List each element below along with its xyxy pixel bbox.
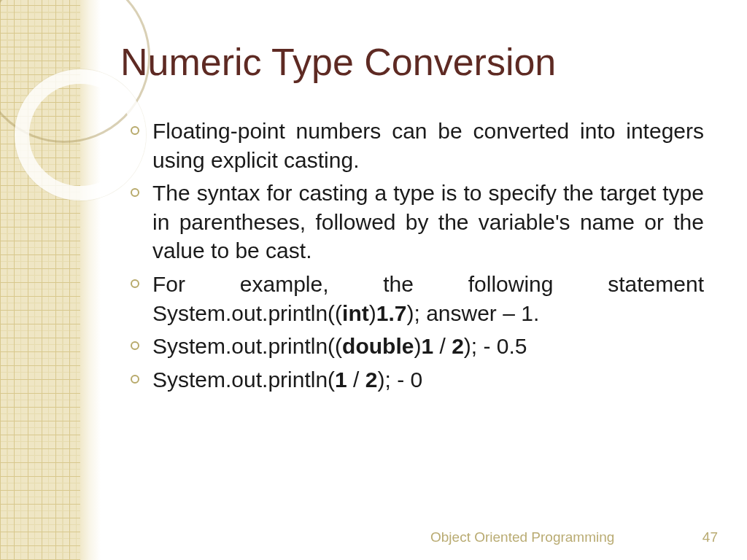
footer-label: Object Oriented Programming bbox=[430, 529, 614, 545]
bullet-item: For example, the following statement Sys… bbox=[128, 270, 704, 327]
page-number: 47 bbox=[703, 529, 718, 545]
slide-title: Numeric Type Conversion bbox=[120, 40, 556, 84]
bullet-item: System.out.println(1 / 2); - 0 bbox=[128, 365, 704, 394]
bullet-item: System.out.println((double)1 / 2); - 0.5 bbox=[128, 332, 704, 361]
slide: Numeric Type Conversion Floating-point n… bbox=[0, 0, 747, 560]
decorative-ring-small bbox=[15, 69, 146, 201]
slide-body: Floating-point numbers can be converted … bbox=[128, 117, 704, 398]
bullet-item: Floating-point numbers can be converted … bbox=[128, 117, 704, 174]
bullet-list: Floating-point numbers can be converted … bbox=[128, 117, 704, 394]
bullet-item: The syntax for casting a type is to spec… bbox=[128, 179, 704, 265]
